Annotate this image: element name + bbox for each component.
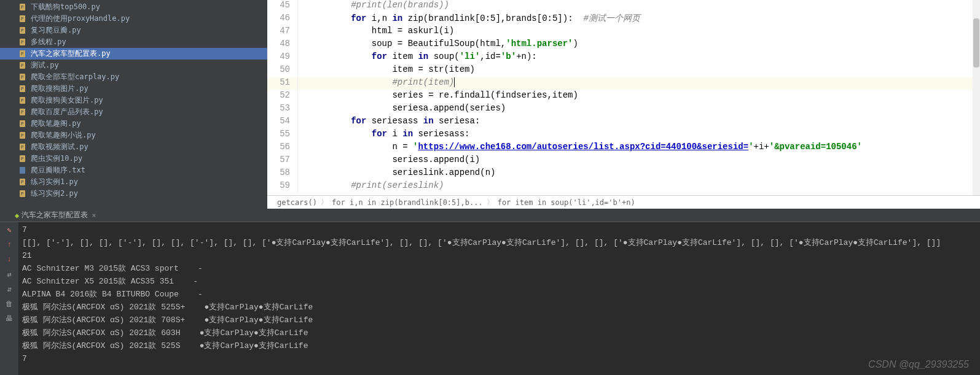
breadcrumb-item[interactable]: for item in soup('li',id='b'+n) bbox=[494, 198, 639, 207]
file-tree-item[interactable]: P下载酷狗top500.py bbox=[0, 1, 267, 13]
file-tree-item[interactable]: P练习实例2.py bbox=[0, 188, 267, 199]
file-tree-item[interactable]: P爬取笔趣阁小说.py bbox=[0, 130, 267, 141]
file-tree-item[interactable]: P爬取搜狗美女图片.py bbox=[0, 95, 267, 106]
breadcrumb-item[interactable]: getcars() bbox=[273, 198, 321, 207]
line-number: 57 bbox=[267, 155, 298, 168]
soft-wrap-icon[interactable]: ⇄ bbox=[4, 269, 15, 280]
scrollbar-thumb[interactable] bbox=[973, 18, 979, 68]
fold-gutter[interactable] bbox=[298, 0, 307, 13]
code-text[interactable]: html = askurl(i) bbox=[307, 26, 980, 39]
code-text[interactable]: soup = BeautifulSoup(html,'html.parser') bbox=[307, 39, 980, 52]
python-file-icon: P bbox=[18, 143, 27, 152]
code-text[interactable]: for seriesass in seriesa: bbox=[307, 116, 980, 129]
line-number: 54 bbox=[267, 116, 298, 129]
fold-gutter[interactable] bbox=[298, 155, 307, 168]
code-line[interactable]: 53 seriesa.append(series) bbox=[267, 103, 980, 116]
code-text[interactable]: n = 'https://www.che168.com/autoseries/l… bbox=[307, 142, 980, 155]
scroll-icon[interactable]: ⇵ bbox=[4, 284, 15, 295]
fold-gutter[interactable] bbox=[298, 39, 307, 52]
fold-gutter[interactable] bbox=[298, 26, 307, 39]
file-tree-item[interactable]: P爬取搜狗图片.py bbox=[0, 83, 267, 95]
code-text[interactable]: serieslink.append(n) bbox=[307, 168, 980, 180]
pencil-icon[interactable]: ✎ bbox=[4, 225, 15, 236]
code-text[interactable]: seriesa.append(series) bbox=[307, 103, 980, 116]
file-name: 代理的使用proxyHandle.py bbox=[31, 14, 130, 24]
python-file-icon: P bbox=[18, 131, 27, 140]
fold-gutter[interactable] bbox=[298, 168, 307, 180]
fold-gutter[interactable] bbox=[298, 64, 307, 77]
close-icon[interactable]: × bbox=[92, 211, 96, 220]
code-line[interactable]: 59 #print(serieslink) bbox=[267, 180, 980, 193]
file-tree-item[interactable]: P练习实例1.py bbox=[0, 176, 267, 188]
code-line[interactable]: 55 for i in seriesass: bbox=[267, 129, 980, 142]
fold-gutter[interactable] bbox=[298, 142, 307, 155]
file-tree-item[interactable]: P爬取笔趣阁.py bbox=[0, 118, 267, 130]
file-tree-item[interactable]: P代理的使用proxyHandle.py bbox=[0, 13, 267, 25]
breadcrumb[interactable]: getcars()〉for i,n in zip(brandlink[0:5],… bbox=[267, 195, 980, 209]
fold-gutter[interactable] bbox=[298, 90, 307, 103]
editor-scrollbar[interactable] bbox=[973, 0, 980, 195]
code-line[interactable]: 54 for seriesass in seriesa: bbox=[267, 116, 980, 129]
code-line[interactable]: 45 #print(len(brands)) bbox=[267, 0, 980, 13]
code-line[interactable]: 56 n = 'https://www.che168.com/autoserie… bbox=[267, 142, 980, 155]
file-name: 练习实例1.py bbox=[31, 177, 78, 187]
code-line[interactable]: 58 serieslink.append(n) bbox=[267, 168, 980, 180]
line-number: 51 bbox=[267, 77, 298, 90]
file-tree-item[interactable]: P汽车之家车型配置表.py bbox=[0, 48, 267, 60]
file-tree-item[interactable]: P爬取视频测试.py bbox=[0, 141, 267, 153]
code-line[interactable]: 52 series = re.findall(findseries,item) bbox=[267, 90, 980, 103]
code-line[interactable]: 57 seriess.append(i) bbox=[267, 155, 980, 168]
file-tree-item[interactable]: P多线程.py bbox=[0, 36, 267, 48]
fold-gutter[interactable] bbox=[298, 13, 307, 26]
python-file-icon: P bbox=[18, 38, 27, 47]
file-tree-item[interactable]: 爬豆瓣顺序.txt bbox=[0, 164, 267, 176]
fold-gutter[interactable] bbox=[298, 180, 307, 193]
code-text[interactable]: seriess.append(i) bbox=[307, 155, 980, 168]
trash-icon[interactable]: 🗑 bbox=[4, 298, 15, 309]
svg-rect-28 bbox=[20, 167, 25, 174]
file-tree-item[interactable]: P复习爬豆瓣.py bbox=[0, 25, 267, 36]
code-line[interactable]: 46 for i,n in zip(brandlink[0:5],brands[… bbox=[267, 13, 980, 26]
code-text[interactable]: #print(serieslink) bbox=[307, 180, 980, 193]
svg-text:P: P bbox=[21, 191, 23, 196]
svg-text:P: P bbox=[21, 75, 23, 80]
console-panel: ✎ ↑ ↓ ⇄ ⇵ 🗑 🖶 7 [[], ['-'], [], [], ['-'… bbox=[0, 222, 980, 375]
console-output[interactable]: 7 [[], ['-'], [], [], ['-'], [], [], ['-… bbox=[18, 222, 980, 375]
file-tree-item[interactable]: P爬取全部车型carplay.py bbox=[0, 71, 267, 83]
code-line[interactable]: 49 for item in soup('li',id='b'+n): bbox=[267, 52, 980, 64]
editor-area: 45 #print(len(brands))46 for i,n in zip(… bbox=[267, 0, 980, 209]
code-line[interactable]: 51 #print(item) bbox=[267, 77, 980, 90]
python-file-icon: P bbox=[18, 190, 27, 198]
code-text[interactable]: for i in seriesass: bbox=[307, 129, 980, 142]
file-name: 爬取百度产品列表.py bbox=[31, 107, 103, 117]
fold-gutter[interactable] bbox=[298, 116, 307, 129]
fold-gutter[interactable] bbox=[298, 103, 307, 116]
fold-gutter[interactable] bbox=[298, 77, 307, 90]
file-tree-item[interactable]: P爬虫实例10.py bbox=[0, 153, 267, 164]
code-line[interactable]: 48 soup = BeautifulSoup(html,'html.parse… bbox=[267, 39, 980, 52]
code-text[interactable]: item = str(item) bbox=[307, 64, 980, 77]
file-tree-item[interactable]: P爬取百度产品列表.py bbox=[0, 106, 267, 118]
run-tab[interactable]: ◆ 汽车之家车型配置表 × bbox=[11, 209, 100, 222]
code-line[interactable]: 50 item = str(item) bbox=[267, 64, 980, 77]
code-text[interactable]: for item in soup('li',id='b'+n): bbox=[307, 52, 980, 64]
code-text[interactable]: #print(item) bbox=[307, 77, 980, 90]
file-tree-item[interactable]: P测试.py bbox=[0, 60, 267, 71]
fold-gutter[interactable] bbox=[298, 129, 307, 142]
code-editor[interactable]: 45 #print(len(brands))46 for i,n in zip(… bbox=[267, 0, 980, 195]
file-name: 汽车之家车型配置表.py bbox=[31, 48, 111, 59]
project-file-tree[interactable]: P下载酷狗top500.pyP代理的使用proxyHandle.pyP复习爬豆瓣… bbox=[0, 0, 267, 209]
code-line[interactable]: 47 html = askurl(i) bbox=[267, 26, 980, 39]
breadcrumb-item[interactable]: for i,n in zip(brandlink[0:5],b... bbox=[328, 198, 487, 207]
arrow-up-icon[interactable]: ↑ bbox=[4, 239, 15, 250]
fold-gutter[interactable] bbox=[298, 52, 307, 64]
line-number: 50 bbox=[267, 64, 298, 77]
code-text[interactable]: for i,n in zip(brandlink[0:5],brands[0:5… bbox=[307, 13, 980, 26]
svg-text:P: P bbox=[21, 98, 23, 103]
code-text[interactable]: series = re.findall(findseries,item) bbox=[307, 90, 980, 103]
console-toolbar: ✎ ↑ ↓ ⇄ ⇵ 🗑 🖶 bbox=[0, 222, 18, 375]
arrow-down-icon[interactable]: ↓ bbox=[4, 254, 15, 265]
print-icon[interactable]: 🖶 bbox=[4, 313, 15, 324]
code-text[interactable]: #print(len(brands)) bbox=[307, 0, 980, 13]
svg-text:P: P bbox=[21, 28, 23, 33]
